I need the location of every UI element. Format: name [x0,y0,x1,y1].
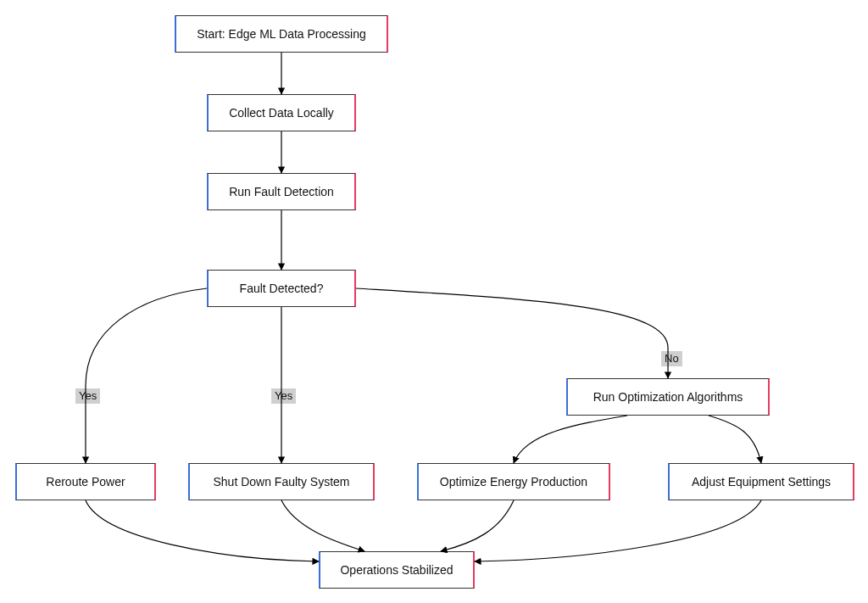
node-runopt: Run Optimization Algorithms [566,378,770,416]
node-stable: Operations Stabilized [319,551,475,589]
node-shutdown: Shut Down Faulty System [188,463,375,500]
node-runopt-label: Run Optimization Algorithms [593,390,743,404]
node-reroute-label: Reroute Power [46,475,125,489]
connectors [0,0,868,603]
flowchart-canvas: Start: Edge ML Data Processing Collect D… [0,0,868,603]
node-decision: Fault Detected? [207,270,356,307]
node-start: Start: Edge ML Data Processing [175,15,388,53]
edge-label-no: No [661,351,682,366]
node-optimize-label: Optimize Energy Production [440,475,587,489]
node-detect-label: Run Fault Detection [229,185,334,198]
edge-label-yes-mid: Yes [271,388,296,404]
node-reroute: Reroute Power [15,463,156,500]
node-start-label: Start: Edge ML Data Processing [197,27,365,41]
node-stable-label: Operations Stabilized [340,563,453,577]
node-optimize: Optimize Energy Production [417,463,610,500]
node-adjust-label: Adjust Equipment Settings [692,475,831,489]
node-adjust: Adjust Equipment Settings [668,463,854,500]
node-collect: Collect Data Locally [207,94,356,131]
node-decision-label: Fault Detected? [240,282,324,295]
node-shutdown-label: Shut Down Faulty System [213,475,349,489]
node-collect-label: Collect Data Locally [229,106,334,120]
node-detect: Run Fault Detection [207,173,356,210]
edge-label-yes-left: Yes [75,388,100,404]
